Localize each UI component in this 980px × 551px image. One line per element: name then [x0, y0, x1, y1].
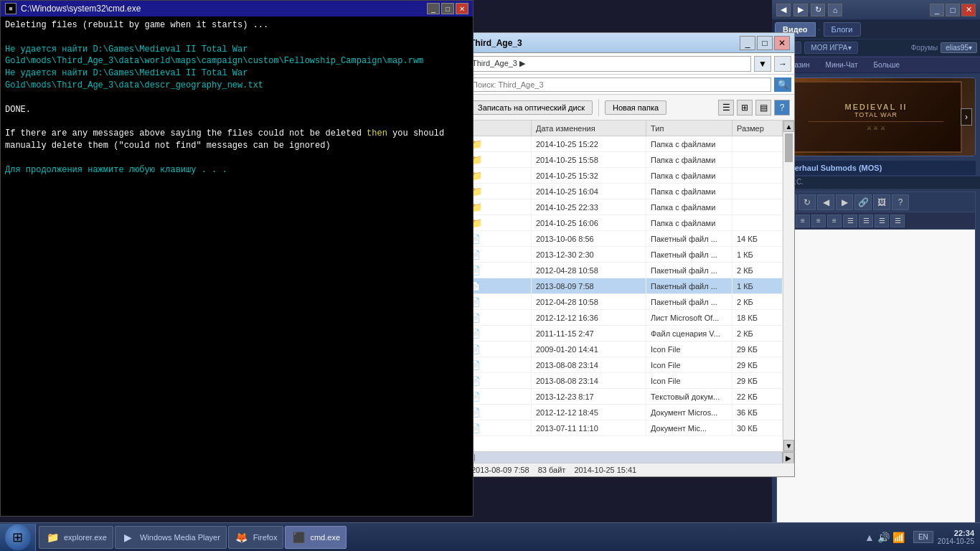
toolbar-separator	[598, 99, 599, 116]
tray-speaker-icon[interactable]: 🔊	[877, 532, 890, 543]
banner-divider	[809, 121, 944, 122]
taskbar-item-label-1: Windows Media Player	[140, 533, 220, 542]
cmd-minimize-button[interactable]: _	[427, 3, 440, 14]
format-list3-button[interactable]: ☰	[875, 215, 889, 227]
table-row[interactable]: 📄2012-04-28 10:58Пакетный файл ...2 КБ	[466, 294, 783, 310]
banner-next-button[interactable]: ›	[961, 108, 972, 126]
scroll-right-button[interactable]: ▶	[783, 452, 794, 463]
table-row[interactable]: 📁2014-10-25 16:06Папка с файлами	[466, 215, 783, 231]
file-date-cell: 2012-12-12 18:45	[532, 405, 646, 420]
format-list4-button[interactable]: ☰	[890, 215, 905, 227]
explorer-minimize-button[interactable]: _	[740, 36, 755, 50]
username-display[interactable]: elias95▾	[941, 42, 977, 53]
table-row[interactable]: 📁2014-10-25 16:04Папка с файлами	[466, 184, 783, 199]
taskbar-item-3[interactable]: ⬛cmd.exe	[285, 526, 347, 549]
right-close-button[interactable]: ✕	[961, 4, 976, 17]
right-forward-button[interactable]: ▶	[793, 4, 808, 17]
blog-tab[interactable]: Блоги	[824, 22, 861, 37]
tray-network-icon[interactable]: 📶	[892, 532, 905, 543]
scroll-up-button[interactable]: ▲	[783, 121, 794, 132]
scrollbar[interactable]: ▲ ▼	[783, 121, 794, 451]
address-refresh-button[interactable]: →	[774, 56, 791, 72]
address-nav-button[interactable]: ▼	[754, 56, 771, 72]
chat-refresh-button[interactable]: ↻	[798, 194, 816, 210]
cmd-line-8: If there are any messages above saying t…	[5, 128, 468, 152]
file-list[interactable]: 📁2014-10-25 15:22Папка с файлами📁2014-10…	[466, 136, 783, 451]
right-refresh-button[interactable]: ↻	[811, 4, 825, 17]
table-row[interactable]: 📄2013-12-30 2:30Пакетный файл ...1 КБ	[466, 247, 783, 263]
file-date-cell: 2013-10-06 8:56	[532, 231, 646, 246]
chat-help-button[interactable]: ?	[892, 194, 909, 210]
scroll-thumb[interactable]	[785, 133, 793, 162]
myplay-dropdown-button[interactable]: МОЯ ИГРА▾	[804, 42, 857, 54]
taskbar-item-2[interactable]: 🦊Firefox	[228, 526, 284, 549]
column-type[interactable]: Тип	[646, 121, 732, 136]
more-menu-item[interactable]: Больше	[868, 60, 906, 70]
table-row[interactable]: 📄2012-04-28 10:58Пакетный файл ...2 КБ	[466, 263, 783, 278]
cmd-maximize-button[interactable]: □	[441, 3, 454, 14]
table-row[interactable]: 📁2014-10-25 15:58Папка с файлами	[466, 152, 783, 168]
explorer-main: Дата изменения Тип Размер 📁2014-10-25 15…	[466, 121, 783, 451]
column-size[interactable]: Размер	[732, 121, 783, 136]
table-row[interactable]: 📁2014-10-25 15:32Папка с файлами	[466, 168, 783, 184]
tray-up-arrow[interactable]: ▲	[864, 532, 875, 543]
cmd-titlebar-left: ■ C:\Windows\system32\cmd.exe	[5, 3, 141, 14]
chat-format-row: ≡ ≡ ≡ ≡ ☰ ☰ ☰ ☰	[777, 212, 975, 230]
banner-extra: ⚔ ⚔ ⚔	[867, 125, 885, 131]
forums-link[interactable]: Форумы	[911, 44, 938, 52]
view-extra-button[interactable]: ▤	[755, 100, 771, 116]
table-row[interactable]: 📄2012-12-12 18:45Документ Micros...36 КБ	[466, 405, 783, 420]
file-type-cell: Icon File	[646, 342, 732, 357]
right-maximize-button[interactable]: □	[946, 4, 960, 17]
table-row[interactable]: 📄2013-08-08 23:14Icon File29 КБ	[466, 373, 783, 389]
chat-link-button[interactable]: 🔗	[854, 194, 872, 210]
chat-prev-button[interactable]: ◀	[817, 194, 834, 210]
taskbar-item-1[interactable]: ▶Windows Media Player	[115, 526, 227, 549]
search-input[interactable]	[468, 77, 771, 92]
table-row[interactable]: 📁2014-10-25 15:22Папка с файлами	[466, 136, 783, 152]
table-row[interactable]: 📄2013-07-11 11:10Документ Mic...30 КБ	[466, 420, 783, 436]
new-folder-button[interactable]: Новая папка	[605, 100, 666, 115]
table-row[interactable]: 📄2013-08-09 7:58Пакетный файл ...1 КБ	[466, 278, 783, 294]
right-home-button[interactable]: ⌂	[828, 4, 842, 17]
search-button[interactable]: 🔍	[774, 77, 791, 92]
column-name[interactable]	[466, 121, 532, 136]
file-type-cell: Текстовый докум...	[646, 389, 732, 404]
scroll-indicator: |||	[466, 452, 783, 463]
file-type-cell: Папка с файлами	[646, 152, 732, 167]
table-row[interactable]: 📁2014-10-25 22:33Папка с файлами	[466, 199, 783, 215]
format-align3-button[interactable]: ≡	[811, 215, 826, 227]
chat-menu-item[interactable]: Мини-Чат	[820, 60, 864, 70]
language-indicator[interactable]: EN	[913, 531, 933, 543]
explorer-close-button[interactable]: ✕	[774, 36, 790, 50]
burn-button[interactable]: Записать на оптический диск	[470, 100, 593, 115]
file-size-cell: 1 КБ	[732, 247, 783, 262]
chat-text-area[interactable]	[777, 230, 975, 547]
table-row[interactable]: 📄2013-08-08 23:14Icon File29 КБ	[466, 357, 783, 373]
format-list2-button[interactable]: ☰	[859, 215, 873, 227]
right-back-button[interactable]: ◀	[776, 4, 791, 17]
chat-next-button[interactable]: ▶	[836, 194, 853, 210]
table-row[interactable]: 📄2012-12-12 16:36Лист Microsoft Of...18 …	[466, 310, 783, 326]
explorer-maximize-button[interactable]: □	[757, 36, 773, 50]
address-path[interactable]: Third_Age_3 ▶	[468, 56, 751, 72]
table-row[interactable]: 📄2013-12-23 8:17Текстовый докум...22 КБ	[466, 389, 783, 405]
start-button[interactable]: ⊞	[0, 524, 36, 551]
table-row[interactable]: 📄2009-01-20 14:41Icon File29 КБ	[466, 342, 783, 357]
taskbar-item-0[interactable]: 📁explorer.exe	[39, 526, 113, 549]
format-align4-button[interactable]: ≡	[827, 215, 842, 227]
table-row[interactable]: 📄2011-11-15 2:47Файл сценария V...2 КБ	[466, 326, 783, 342]
view-details-button[interactable]: ⊞	[737, 100, 753, 116]
file-name-cell: 📄	[466, 263, 532, 278]
chat-img-button[interactable]: 🖼	[873, 194, 890, 210]
view-list-button[interactable]: ☰	[718, 100, 734, 116]
scroll-down-button[interactable]: ▼	[783, 440, 794, 451]
help-button[interactable]: ?	[774, 100, 790, 116]
right-minimize-button[interactable]: _	[930, 4, 944, 17]
column-date[interactable]: Дата изменения	[532, 121, 646, 136]
cmd-close-button[interactable]: ✕	[456, 3, 468, 14]
format-list1-button[interactable]: ☰	[843, 215, 857, 227]
table-row[interactable]: 📄2013-10-06 8:56Пакетный файл ...14 КБ	[466, 231, 783, 247]
cmd-controls: _ □ ✕	[427, 3, 468, 14]
format-align2-button[interactable]: ≡	[796, 215, 810, 227]
